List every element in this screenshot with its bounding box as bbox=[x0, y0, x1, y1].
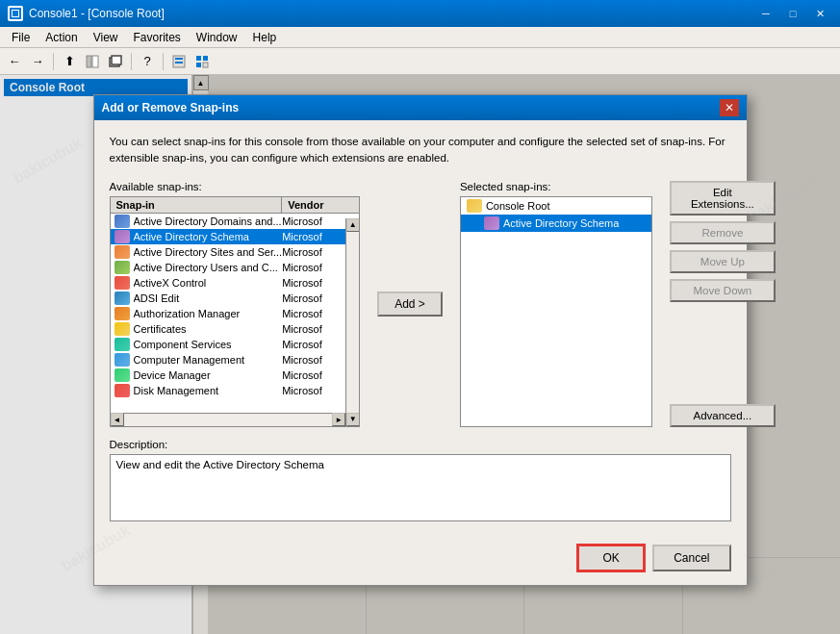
add-button-area: Add > bbox=[369, 181, 450, 427]
dialog-footer: OK Cancel bbox=[94, 535, 747, 585]
dialog-title: Add or Remove Snap-ins bbox=[102, 101, 720, 114]
toolbar-separator-3 bbox=[163, 53, 164, 70]
advanced-button[interactable]: Advanced... bbox=[670, 404, 776, 427]
add-remove-snapins-dialog: Add or Remove Snap-ins ✕ You can select … bbox=[93, 94, 748, 586]
available-item-9[interactable]: Computer Management Microsof bbox=[111, 352, 360, 368]
content-area: bakicubuk bakicubuk bakicubuk bakicubuk … bbox=[0, 75, 840, 634]
ok-button[interactable]: OK bbox=[577, 545, 645, 571]
right-action-buttons: Edit Extensions... Remove Move Up Move D… bbox=[670, 181, 776, 427]
add-button[interactable]: Add > bbox=[377, 292, 443, 317]
list-scroll-up[interactable]: ▲ bbox=[346, 218, 360, 232]
window-controls: ─ □ ✕ bbox=[753, 5, 832, 22]
icon-activex-4 bbox=[115, 276, 130, 290]
available-item-0[interactable]: Active Directory Domains and... Microsof bbox=[111, 214, 360, 229]
icon-sites-2 bbox=[115, 245, 130, 259]
back-button[interactable]: ← bbox=[4, 51, 25, 72]
available-snapins-container: Available snap-ins: Snap-in Vendor Act bbox=[110, 181, 361, 427]
snapin-name-6: Authorization Manager bbox=[134, 308, 283, 319]
snapin-name-4: ActiveX Control bbox=[134, 277, 283, 289]
svg-rect-9 bbox=[196, 56, 201, 61]
dialog-body: You can select snap-ins for this console… bbox=[94, 120, 747, 535]
title-bar: Console1 - [Console Root] ─ □ ✕ bbox=[0, 0, 840, 27]
list-scroll-down[interactable]: ▼ bbox=[346, 413, 360, 426]
dialog-description-text: You can select snap-ins for this console… bbox=[110, 134, 731, 167]
icon-auth-6 bbox=[115, 307, 130, 320]
snapin-name-1: Active Directory Schema bbox=[134, 231, 283, 242]
selected-item-1[interactable]: Active Directory Schema bbox=[461, 215, 651, 232]
available-item-7[interactable]: Certificates Microsof bbox=[111, 321, 360, 337]
available-item-10[interactable]: Device Manager Microsof bbox=[111, 368, 360, 383]
menu-favorites[interactable]: Favorites bbox=[126, 29, 189, 46]
list-header: Snap-in Vendor bbox=[111, 197, 360, 214]
icon-compmgmt-9 bbox=[115, 353, 130, 367]
available-item-11[interactable]: Disk Management Microsof bbox=[111, 383, 360, 398]
snap-in-button-2[interactable] bbox=[191, 51, 213, 72]
list-hscrollbar[interactable]: ◄ ► bbox=[111, 413, 346, 426]
dialog-columns: Available snap-ins: Snap-in Vendor Act bbox=[110, 181, 731, 427]
help-button[interactable]: ? bbox=[137, 51, 158, 72]
move-up-button[interactable]: Move Up bbox=[670, 250, 776, 273]
menu-bar: File Action View Favorites Window Help bbox=[0, 27, 840, 48]
up-button[interactable]: ⬆ bbox=[59, 51, 80, 72]
dialog-close-button[interactable]: ✕ bbox=[720, 99, 739, 116]
dialog-titlebar: Add or Remove Snap-ins ✕ bbox=[94, 95, 747, 120]
move-down-button[interactable]: Move Down bbox=[670, 279, 776, 302]
available-item-1[interactable]: Active Directory Schema Microsof bbox=[111, 229, 360, 244]
snapin-name-11: Disk Management bbox=[134, 385, 283, 396]
selected-icon-0 bbox=[467, 199, 482, 213]
toolbar-separator-2 bbox=[131, 53, 132, 70]
show-hide-button[interactable] bbox=[82, 51, 103, 72]
available-item-2[interactable]: Active Directory Sites and Ser... Micros… bbox=[111, 244, 360, 260]
description-text: View and edit the Active Directory Schem… bbox=[110, 454, 731, 521]
toolbar: ← → ⬆ ? bbox=[0, 48, 840, 75]
available-item-3[interactable]: Active Directory Users and C... Microsof bbox=[111, 260, 360, 275]
selected-label: Selected snap-ins: bbox=[460, 181, 652, 192]
menu-help[interactable]: Help bbox=[245, 29, 285, 46]
menu-action[interactable]: Action bbox=[38, 29, 85, 46]
svg-rect-10 bbox=[203, 56, 208, 61]
list-scrollbar[interactable]: ▲ ▼ bbox=[345, 218, 359, 426]
svg-rect-8 bbox=[175, 62, 183, 63]
forward-button[interactable]: → bbox=[27, 51, 48, 72]
edit-extensions-button[interactable]: Edit Extensions... bbox=[670, 181, 776, 216]
selected-name-1: Active Directory Schema bbox=[503, 217, 619, 229]
icon-schema-1 bbox=[115, 230, 130, 243]
icon-device-10 bbox=[115, 368, 130, 382]
list-scroll-left[interactable]: ◄ bbox=[111, 413, 124, 426]
available-item-8[interactable]: Component Services Microsof bbox=[111, 337, 360, 352]
available-item-4[interactable]: ActiveX Control Microsof bbox=[111, 275, 360, 291]
available-item-5[interactable]: ADSI Edit Microsof bbox=[111, 291, 360, 306]
new-window-button[interactable] bbox=[105, 51, 126, 72]
selected-snapins-listbox[interactable]: Console Root Active Directory Schema bbox=[460, 196, 652, 427]
icon-cert-7 bbox=[115, 322, 130, 336]
snapin-name-0: Active Directory Domains and... bbox=[134, 216, 283, 227]
selected-snapins-container: Selected snap-ins: Console Root Active D… bbox=[460, 181, 652, 427]
menu-view[interactable]: View bbox=[86, 29, 126, 46]
snapin-name-10: Device Manager bbox=[134, 369, 283, 381]
selected-name-0: Console Root bbox=[486, 200, 550, 212]
minimize-button[interactable]: ─ bbox=[753, 5, 778, 22]
close-button[interactable]: ✕ bbox=[807, 5, 832, 22]
col-vendor-header: Vendor bbox=[282, 197, 359, 213]
maximize-button[interactable]: □ bbox=[780, 5, 805, 22]
available-snapins-listbox[interactable]: Snap-in Vendor Active Directory Domains … bbox=[110, 196, 361, 427]
svg-rect-5 bbox=[112, 56, 121, 64]
snapin-scroll-area[interactable]: Active Directory Domains and... Microsof… bbox=[111, 214, 360, 416]
app-icon bbox=[8, 6, 23, 21]
icon-users-3 bbox=[115, 261, 130, 274]
menu-file[interactable]: File bbox=[4, 29, 38, 46]
cancel-button[interactable]: Cancel bbox=[652, 545, 730, 571]
selected-item-0[interactable]: Console Root bbox=[461, 197, 651, 215]
modal-overlay: Add or Remove Snap-ins ✕ You can select … bbox=[0, 75, 840, 634]
snap-in-button-1[interactable] bbox=[168, 51, 190, 72]
icon-disk-11 bbox=[115, 384, 130, 397]
menu-window[interactable]: Window bbox=[189, 29, 245, 46]
svg-rect-7 bbox=[175, 58, 183, 60]
list-scroll-right[interactable]: ► bbox=[332, 413, 345, 426]
icon-component-8 bbox=[115, 338, 130, 351]
svg-rect-3 bbox=[92, 56, 98, 67]
available-item-6[interactable]: Authorization Manager Microsof bbox=[111, 306, 360, 321]
snapin-name-3: Active Directory Users and C... bbox=[134, 262, 283, 273]
snapin-name-7: Certificates bbox=[134, 323, 283, 335]
remove-button[interactable]: Remove bbox=[670, 221, 776, 244]
